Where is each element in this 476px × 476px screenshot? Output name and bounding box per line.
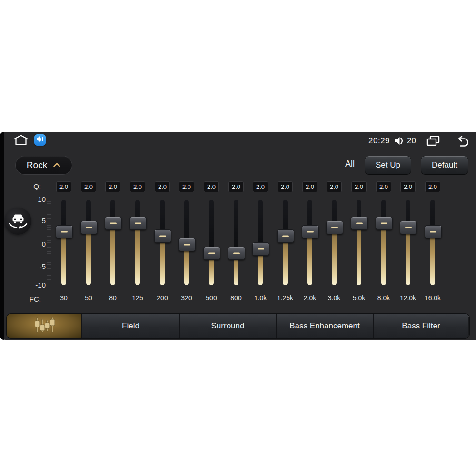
eq-app-icon — [36, 135, 44, 145]
recents-icon — [426, 136, 440, 146]
frequency-label: 30 — [50, 294, 78, 302]
q-value-box[interactable]: 2.0 — [130, 181, 145, 192]
q-value-box[interactable]: 2.0 — [302, 181, 317, 192]
q-value-box[interactable]: 2.0 — [155, 181, 170, 192]
slider-handle[interactable] — [376, 217, 393, 230]
slider-fill — [381, 223, 386, 285]
slider-handle[interactable] — [203, 247, 220, 260]
q-value-box[interactable]: 2.0 — [253, 181, 268, 192]
gain-axis-label: -5 — [15, 263, 46, 270]
gain-axis-label: -10 — [15, 281, 46, 289]
slider-handle[interactable] — [178, 238, 196, 251]
slider-fill — [160, 236, 165, 285]
q-value-box[interactable]: 2.0 — [105, 181, 120, 192]
default-button[interactable]: Default — [421, 156, 468, 175]
slider-fill — [86, 227, 91, 285]
preset-label: Rock — [27, 160, 47, 170]
frequency-label: 5.0k — [345, 294, 373, 302]
slider-handle[interactable] — [425, 225, 442, 238]
q-value-box[interactable]: 2.0 — [56, 181, 71, 192]
gain-axis-label: 10 — [15, 196, 46, 203]
q-value-box[interactable]: 2.0 — [425, 181, 440, 192]
q-value-box[interactable]: 2.0 — [228, 181, 244, 192]
gain-axis-label: 0 — [15, 240, 46, 248]
home-icon — [13, 134, 29, 148]
slider-handle[interactable] — [105, 217, 122, 230]
q-value-box[interactable]: 2.0 — [351, 181, 367, 192]
eq-app-button[interactable] — [34, 134, 46, 146]
home-button[interactable] — [12, 134, 30, 148]
tab-bass-enhancement[interactable]: Bass Enhancement — [276, 314, 373, 338]
slider-handle[interactable] — [129, 217, 147, 230]
slider-handle[interactable] — [252, 242, 269, 256]
fc-row-label: FC: — [25, 295, 41, 303]
frequency-label: 3.0k — [320, 294, 348, 302]
slider-handle[interactable] — [228, 247, 245, 260]
frequency-label: 12.0k — [394, 294, 422, 302]
slider-fill — [61, 231, 66, 285]
slider-handle[interactable] — [154, 229, 171, 243]
slider-handle[interactable] — [351, 217, 368, 230]
q-value-box[interactable]: 2.0 — [376, 181, 391, 192]
recents-button[interactable] — [426, 136, 440, 146]
frequency-label: 125 — [123, 294, 152, 302]
slider-handle[interactable] — [277, 229, 294, 243]
status-cluster: 20:29 20 — [368, 135, 468, 147]
slider-fill — [135, 223, 140, 285]
q-value-box[interactable]: 2.0 — [400, 181, 416, 192]
preset-dropdown[interactable]: Rock — [15, 156, 72, 175]
slider-fill — [357, 223, 361, 285]
frequency-label: 500 — [197, 294, 226, 302]
back-icon — [454, 135, 468, 147]
tab-surround[interactable]: Surround — [179, 314, 276, 338]
clock: 20:29 — [368, 136, 390, 146]
equalizer-sliders-icon — [31, 317, 57, 336]
frequency-label: 1.0k — [246, 294, 275, 302]
slider-fill — [430, 231, 435, 285]
slider-fill — [406, 227, 410, 285]
slider-fill — [110, 223, 115, 285]
slider-fill — [307, 231, 312, 285]
tab-equalizer[interactable] — [7, 314, 81, 338]
dsp-tab-bar: Field Surround Bass Enhancement Bass Fil… — [6, 313, 470, 339]
gain-axis-label: 5 — [15, 217, 46, 225]
tab-bass-filter[interactable]: Bass Filter — [373, 314, 468, 338]
frequency-label: 1.25k — [271, 294, 299, 302]
frequency-label: 320 — [172, 294, 201, 302]
gain-axis-ruler — [47, 199, 51, 286]
q-row-label: Q: — [28, 182, 41, 190]
setup-button[interactable]: Set Up — [365, 156, 411, 175]
volume-level: 20 — [407, 136, 416, 146]
q-value-box[interactable]: 2.0 — [278, 181, 293, 192]
tab-field[interactable]: Field — [81, 314, 179, 338]
q-value-box[interactable]: 2.0 — [81, 181, 96, 192]
q-value-box[interactable]: 2.0 — [204, 181, 219, 192]
all-button[interactable]: All — [339, 159, 361, 169]
slider-handle[interactable] — [80, 221, 98, 234]
slider-handle[interactable] — [400, 221, 417, 234]
q-value-box[interactable]: 2.0 — [327, 181, 342, 192]
back-button[interactable] — [454, 135, 468, 147]
frequency-label: 80 — [99, 294, 127, 302]
slider-handle[interactable] — [56, 225, 73, 238]
speaker-icon — [394, 136, 405, 146]
slider-handle[interactable] — [326, 221, 343, 234]
slider-fill — [332, 227, 337, 285]
frequency-label: 16.0k — [418, 294, 447, 302]
slider-handle[interactable] — [302, 225, 319, 238]
screen-bezel — [0, 132, 4, 340]
equalizer-screen: 20:29 20 Rock All Set Up Default — [0, 132, 476, 340]
q-value-box[interactable]: 2.0 — [179, 181, 194, 192]
slider-fill — [283, 236, 288, 285]
chevron-up-icon — [53, 161, 61, 169]
